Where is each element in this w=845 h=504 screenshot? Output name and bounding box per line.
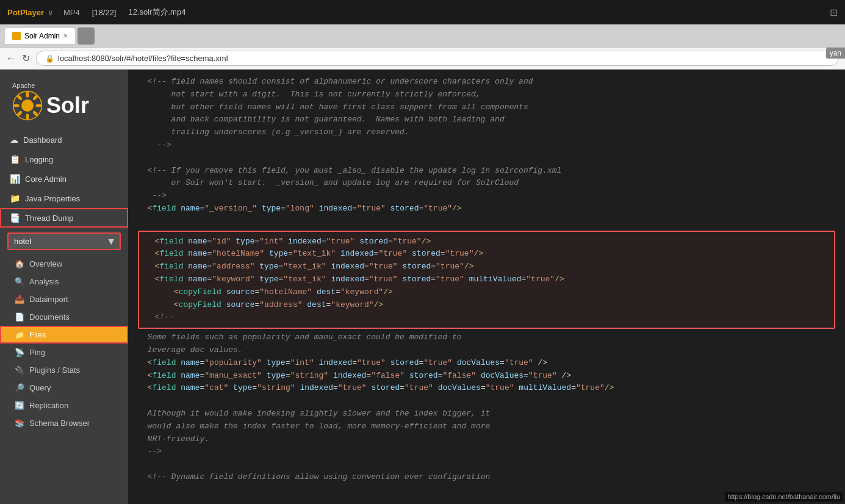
- svg-point-9: [21, 99, 34, 112]
- logo-area: Apache S: [0, 70, 128, 130]
- xml-field-manu-exact: <field name="manu_exact" type="string" i…: [138, 370, 835, 383]
- address-bar: ← ↻ 🔒 localhost:8080/solr/#/hotel/files?…: [0, 48, 845, 70]
- sidebar-item-label: Schema Browser: [29, 419, 90, 428]
- sidebar-item-label: Dataimport: [29, 295, 68, 304]
- yan-button[interactable]: yan: [826, 48, 845, 59]
- sidebar-item-label: Logging: [25, 155, 53, 164]
- solr-logo: Solr: [12, 90, 89, 121]
- xml-comment-4: and back compatibility is not guaranteed…: [138, 113, 835, 126]
- sidebar-item-label: Files: [29, 330, 46, 339]
- solr-text: Solr: [46, 93, 89, 118]
- overview-icon: 🏠: [15, 259, 24, 268]
- sidebar-item-label: Plugins / Stats: [29, 365, 80, 375]
- sidebar-item-schema-browser[interactable]: 📚 Schema Browser: [0, 414, 128, 432]
- solr-logo-icon: [12, 90, 43, 121]
- address-text: localhost:8080/solr/#/hotel/files?file=s…: [58, 54, 228, 63]
- sidebar-item-replication[interactable]: 🔄 Replication: [0, 397, 128, 414]
- topbar: PotPlayer ∨ MP4 [18/22] 12.solr简介.mp4 ⊡: [0, 0, 845, 24]
- sidebar-item-analysis[interactable]: 🔍 Analysis: [0, 273, 128, 290]
- main-container: Apache S: [0, 70, 845, 504]
- sidebar-item-label: Query: [29, 383, 51, 392]
- xml-copyfield-address: <copyField source="address" dest="keywor…: [145, 299, 828, 312]
- xml-comment-10: Some fields such as popularity and manu_…: [138, 331, 835, 344]
- xml-comment-8: or Solr won't start. _version_ and updat…: [138, 177, 835, 190]
- sidebar-item-label: Java Properties: [25, 194, 80, 203]
- xml-comment-3: but other field names will not have firs…: [138, 101, 835, 114]
- svg-point-3: [35, 104, 41, 107]
- plugins-icon: 🔌: [15, 365, 24, 375]
- sidebar-item-label: Thread Dump: [25, 214, 73, 223]
- address-field[interactable]: 🔒 localhost:8080/solr/#/hotel/files?file…: [36, 51, 839, 66]
- xml-blank-2: [138, 215, 835, 228]
- xml-comment-5: trailing underscores (e.g _version_) are…: [138, 126, 835, 139]
- sidebar-item-label: Replication: [29, 401, 68, 410]
- xml-comment-15: -->: [138, 445, 835, 458]
- xml-field-id: <field name="id" type="int" indexed="tru…: [145, 236, 828, 248]
- bottom-link: https://blog.csdn.net/bathanair.com/liu: [725, 492, 843, 502]
- apache-label: Apache: [12, 82, 35, 89]
- browser-tabs: Solr Admin ×: [0, 24, 845, 48]
- sidebar-item-label: Documents: [29, 312, 70, 322]
- xml-comment-after-box: <!--: [145, 311, 828, 324]
- xml-comment-16: <!-- Dynamic field definitions allow usi…: [138, 471, 835, 484]
- sidebar-item-core-admin[interactable]: 📊 Core Admin: [0, 169, 128, 189]
- core-select-dropdown[interactable]: hotel: [7, 232, 121, 250]
- tab-solr-admin[interactable]: Solr Admin ×: [5, 28, 75, 44]
- thread-dump-icon: 📑: [10, 213, 20, 223]
- tab-inactive[interactable]: [77, 27, 95, 45]
- xml-comment-7: <!-- If you remove this field, you must …: [138, 165, 835, 178]
- xml-field-version: <field name="_version_" type="long" inde…: [138, 203, 835, 215]
- xml-copyfield-hotelname: <copyField source="hotelName" dest="keyw…: [145, 286, 828, 299]
- sidebar-item-documents[interactable]: 📄 Documents: [0, 308, 128, 326]
- core-selector: hotel ▼: [7, 232, 121, 250]
- xml-comment-9: -->: [138, 190, 835, 203]
- topbar-episode: [18/22]: [92, 8, 117, 17]
- sidebar-nav: ☁ Dashboard 📋 Logging 📊 Core Admin 📁 Jav…: [0, 130, 128, 228]
- xml-comment-12: Although it would make indexing slightly…: [138, 408, 835, 420]
- xml-comment-13: would also make the index faster to load…: [138, 420, 835, 433]
- sidebar-sub-nav: 🏠 Overview 🔍 Analysis 📥 Dataimport 📄 Doc…: [0, 255, 128, 432]
- xml-blank-3: [138, 395, 835, 408]
- sidebar-item-query[interactable]: 🔎 Query: [0, 379, 128, 397]
- svg-point-5: [26, 113, 29, 120]
- topbar-format: MP4: [63, 8, 80, 17]
- back-button[interactable]: ←: [6, 53, 16, 64]
- topbar-arrow: ∨: [48, 8, 54, 17]
- sidebar-item-logging[interactable]: 📋 Logging: [0, 149, 128, 169]
- highlighted-fields-block: <field name="id" type="int" indexed="tru…: [138, 231, 835, 329]
- tab-close-button[interactable]: ×: [63, 32, 68, 40]
- xml-comment-11: leverage doc values.: [138, 344, 835, 357]
- sidebar-item-label: Analysis: [29, 277, 59, 286]
- sidebar-item-thread-dump[interactable]: 📑 Thread Dump: [0, 208, 128, 228]
- xml-comment-14: NRT-friendly.: [138, 433, 835, 446]
- sidebar-item-label: Ping: [29, 348, 45, 357]
- sidebar-item-files[interactable]: 📁 Files: [0, 326, 128, 344]
- xml-field-cat: <field name="cat" type="string" indexed=…: [138, 382, 835, 395]
- xml-field-keyword: <field name="keyword" type="text_ik" ind…: [145, 273, 828, 286]
- sidebar-item-java-properties[interactable]: 📁 Java Properties: [0, 189, 128, 208]
- svg-point-7: [13, 104, 20, 107]
- sidebar: Apache S: [0, 70, 128, 504]
- app-title: PotPlayer: [7, 8, 44, 17]
- dataimport-icon: 📥: [15, 295, 24, 304]
- analysis-icon: 🔍: [15, 277, 24, 286]
- documents-icon: 📄: [15, 312, 24, 322]
- xml-blank-1: [138, 152, 835, 165]
- ping-icon: 📡: [15, 348, 24, 357]
- sidebar-item-dataimport[interactable]: 📥 Dataimport: [0, 290, 128, 308]
- sidebar-item-overview[interactable]: 🏠 Overview: [0, 255, 128, 273]
- files-icon: 📁: [15, 330, 24, 339]
- content-area[interactable]: <!-- field names should consist of alpha…: [128, 70, 845, 504]
- query-icon: 🔎: [15, 383, 24, 392]
- xml-comment-6: -->: [138, 139, 835, 152]
- xml-field-hotelname: <field name="hotelName" type="text_ik" i…: [145, 248, 828, 261]
- replication-icon: 🔄: [15, 401, 24, 410]
- sidebar-item-dashboard[interactable]: ☁ Dashboard: [0, 130, 128, 149]
- refresh-button[interactable]: ↻: [22, 52, 30, 64]
- dashboard-icon: ☁: [10, 135, 18, 145]
- topbar-filename: 12.solr简介.mp4: [128, 7, 185, 18]
- schema-browser-icon: 📚: [15, 419, 24, 428]
- sidebar-item-plugins-stats[interactable]: 🔌 Plugins / Stats: [0, 361, 128, 379]
- xml-blank-4: [138, 458, 835, 471]
- sidebar-item-ping[interactable]: 📡 Ping: [0, 344, 128, 361]
